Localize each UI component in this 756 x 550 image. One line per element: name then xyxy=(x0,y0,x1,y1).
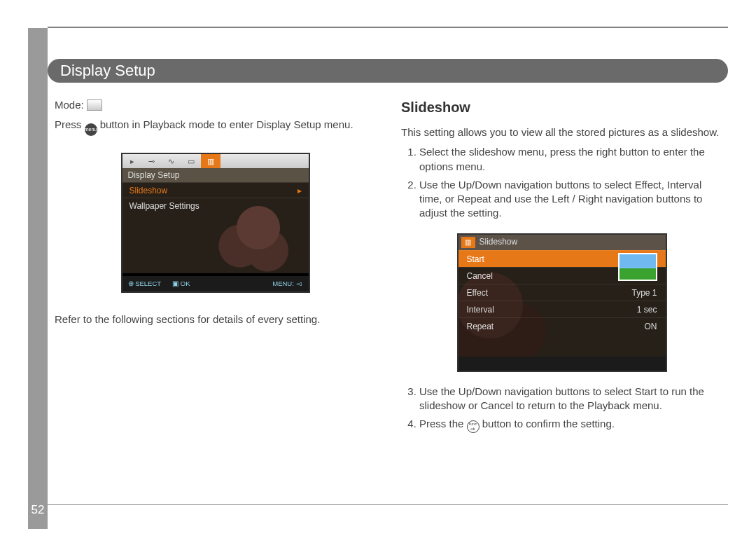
right-column: Slideshow This setting allows you to vie… xyxy=(401,98,722,508)
slideshow-footer xyxy=(458,357,666,371)
foot-menu: MENU: ◅ xyxy=(272,280,301,289)
page-title-pill: Display Setup xyxy=(48,59,728,83)
func-ok-button-icon: funcok xyxy=(467,420,479,433)
foot-select: ⊕ SELECT xyxy=(128,280,162,289)
bottom-rule xyxy=(48,504,728,505)
page-title: Display Setup xyxy=(60,62,155,79)
slideshow-screenshot: ▥ Slideshow Start Cancel Effect Type 1 xyxy=(457,233,667,372)
slideshow-intro: This setting allows you to view all the … xyxy=(401,125,722,139)
tab-bar: ▸ ⊸ ∿ ▭ ▥ xyxy=(122,154,309,168)
refer-text: Refer to the following sections for deta… xyxy=(55,312,376,326)
left-column: Mode: Press menu button in Playback mode… xyxy=(55,98,376,508)
chevron-right-icon: ▸ xyxy=(298,183,302,198)
display-icon: ▥ xyxy=(461,237,475,248)
row-interval: Interval 1 sec xyxy=(458,301,666,317)
press-instruction: Press menu button in Playback mode to en… xyxy=(55,118,376,136)
steps-list-cont: Use the Up/Down navigation buttons to se… xyxy=(401,385,722,434)
step-2: Use the Up/Down navigation buttons to se… xyxy=(419,178,722,221)
menu-row-slideshow: Slideshow ▸ xyxy=(122,182,309,198)
tab-wave-icon: ∿ xyxy=(162,154,181,168)
slideshow-heading: Slideshow xyxy=(401,98,722,117)
step-4: Press the funcok button to confirm the s… xyxy=(419,417,722,433)
steps-list: Select the slideshow menu, press the rig… xyxy=(401,145,722,220)
display-setup-screenshot: ▸ ⊸ ∿ ▭ ▥ Display Setup Slideshow ▸ Wall… xyxy=(121,153,310,293)
slideshow-header: ▥ Slideshow xyxy=(458,235,666,250)
tab-monitor-icon: ▭ xyxy=(181,154,201,168)
slideshow-body: Start Cancel Effect Type 1 Interval 1 se… xyxy=(458,250,666,358)
row-cancel: Cancel xyxy=(458,267,666,284)
step-3: Use the Up/Down navigation buttons to se… xyxy=(419,385,722,413)
menu-footer: ⊕ SELECT ▣ OK MENU: ◅ xyxy=(122,276,309,291)
menu-button-icon: menu xyxy=(85,123,97,136)
menu-body: Slideshow ▸ Wallpaper Settings xyxy=(122,182,309,273)
step-1: Select the slideshow menu, press the rig… xyxy=(419,145,722,174)
slideshow-title: Slideshow xyxy=(479,236,518,247)
playback-mode-icon xyxy=(87,99,102,111)
menu-title: Display Setup xyxy=(122,168,309,182)
content-columns: Mode: Press menu button in Playback mode… xyxy=(55,98,722,508)
tab-display-icon: ▥ xyxy=(201,154,220,168)
mode-row: Mode: xyxy=(55,98,376,112)
page-side-stripe xyxy=(28,28,48,529)
row-effect: Effect Type 1 xyxy=(458,284,666,301)
row-repeat: Repeat ON xyxy=(458,317,666,334)
mode-label: Mode: xyxy=(55,99,84,111)
foot-ok: ▣ OK xyxy=(172,280,190,289)
tab-playback-icon: ▸ xyxy=(122,154,142,168)
page-number: 52 xyxy=(28,501,48,519)
tab-key-icon: ⊸ xyxy=(142,154,162,168)
menu-row-wallpaper: Wallpaper Settings xyxy=(122,198,309,213)
